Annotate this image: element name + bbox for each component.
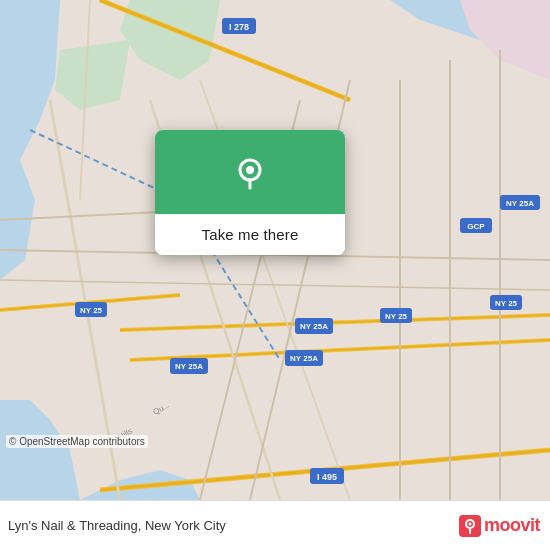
location-pin-icon [228, 152, 272, 196]
osm-credit: © OpenStreetMap contributors [6, 435, 148, 448]
svg-text:NY 25A: NY 25A [290, 354, 318, 363]
svg-text:NY 25A: NY 25A [300, 322, 328, 331]
svg-point-59 [246, 166, 254, 174]
moovit-logo[interactable]: moovit [459, 515, 540, 537]
moovit-icon [459, 515, 481, 537]
popup-header [155, 130, 345, 214]
svg-text:NY 25: NY 25 [80, 306, 103, 315]
svg-text:GCP: GCP [467, 222, 485, 231]
take-me-there-button[interactable]: Take me there [155, 214, 345, 255]
svg-text:NY 25: NY 25 [385, 312, 408, 321]
svg-text:NY 25: NY 25 [495, 299, 518, 308]
svg-text:NY 25A: NY 25A [506, 199, 534, 208]
popup-card: Take me there [155, 130, 345, 255]
bottom-bar: Lyn's Nail & Threading, New York City mo… [0, 500, 550, 550]
svg-point-62 [468, 522, 471, 525]
moovit-text: moovit [484, 515, 540, 536]
location-name: Lyn's Nail & Threading, New York City [8, 518, 226, 533]
svg-text:I 278: I 278 [229, 22, 249, 32]
svg-text:NY 25A: NY 25A [175, 362, 203, 371]
svg-text:I 495: I 495 [317, 472, 337, 482]
map-container[interactable]: I 278 NY 25 NY 25A NY 25A NY 25A NY 25 G… [0, 0, 550, 500]
